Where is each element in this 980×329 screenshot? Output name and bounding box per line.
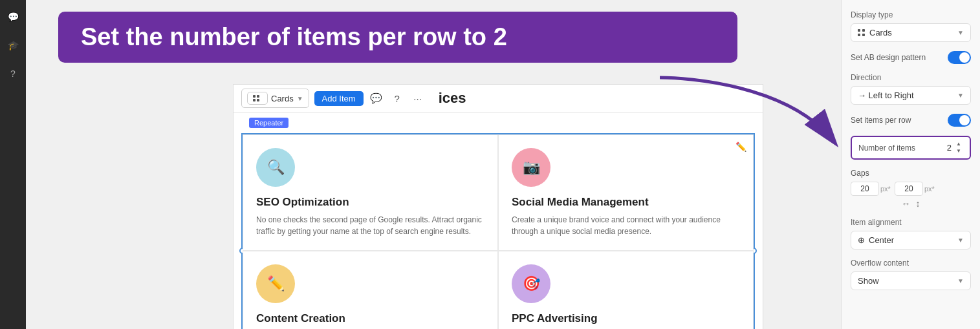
overflow-chevron-icon: ▼ <box>957 277 964 284</box>
items-per-row-label: Set items per row <box>851 116 911 125</box>
add-item-button[interactable]: Add Item <box>314 91 364 106</box>
direction-label: Direction <box>851 73 971 82</box>
ppc-title: PPC Advertising <box>512 312 740 325</box>
cards-label: Cards <box>271 94 294 103</box>
stepper-down-button[interactable]: ▼ <box>954 148 963 154</box>
dropdown-left-content: Cards <box>858 28 892 37</box>
content-title: Content Creation <box>256 312 485 325</box>
horizontal-gap-icon: ↔ <box>902 198 911 209</box>
ppc-icon-circle: 🎯 <box>512 264 550 303</box>
right-panel: Display type Cards ▼ Set AB design patte… <box>841 0 980 329</box>
gaps-direction-icons: ↔ ↕ <box>851 198 971 209</box>
instruction-banner: Set the number of items per row to 2 <box>58 12 737 63</box>
item-alignment-dropdown[interactable]: ⊕ Center ▼ <box>851 231 971 249</box>
items-per-row-row: Set items per row <box>851 114 971 127</box>
gap-h-unit: px* <box>880 185 891 193</box>
card-item-ppc: 🎯 PPC Advertising Targeted advertising c… <box>498 251 754 329</box>
gap-h-input: 20 px* <box>851 182 891 196</box>
gaps-label: Gaps <box>851 169 869 178</box>
direction-value: → Left to Right <box>858 90 914 100</box>
alignment-chevron-icon: ▼ <box>957 237 964 244</box>
number-items-value-group: 2 ▲ ▼ <box>947 141 963 154</box>
cards-dropdown-button[interactable]: Cards ▼ <box>241 89 309 108</box>
direction-dropdown[interactable]: → Left to Right ▼ <box>851 86 971 105</box>
cards-grid: 🔍 SEO Optimization No one checks the sec… <box>241 133 755 329</box>
left-sidebar: 💬 🎓 ? <box>0 0 26 329</box>
social-title: Social Media Management <box>512 196 740 209</box>
display-type-label: Display type <box>851 10 971 19</box>
card-item-social: ✏️ 📷 Social Media Management Create a un… <box>498 134 754 251</box>
overflow-value: Show <box>858 276 879 286</box>
page-section-title: ices <box>439 90 466 107</box>
comment-toolbar-icon[interactable]: 💬 <box>369 90 384 106</box>
number-of-items-label: Number of items <box>858 143 915 153</box>
gaps-row: Gaps 20 px* 20 px* ↔ ↕ <box>851 169 971 209</box>
number-of-items-value: 2 <box>947 143 952 153</box>
ab-pattern-label: Set AB design pattern <box>851 53 926 62</box>
item-alignment-label: Item alignment <box>851 218 971 227</box>
display-type-chevron-icon: ▼ <box>957 29 964 36</box>
social-icon-circle: 📷 <box>512 148 550 187</box>
number-stepper[interactable]: ▲ ▼ <box>954 141 963 154</box>
gap-v-input: 20 px* <box>895 182 935 196</box>
gap-v-value[interactable]: 20 <box>895 182 923 196</box>
vertical-gap-icon: ↕ <box>916 198 920 209</box>
banner-title: Set the number of items per row to 2 <box>81 23 715 51</box>
editor-frame: Cards ▼ Add Item 💬 ? ··· ices Repeater 🔍… <box>233 84 763 329</box>
alignment-value-container: ⊕ Center <box>858 235 894 245</box>
comment-icon[interactable]: 💬 <box>4 8 22 26</box>
repeater-label: Repeater <box>249 118 289 128</box>
card-item-seo: 🔍 SEO Optimization No one checks the sec… <box>243 134 498 251</box>
repeater-bar: Repeater <box>234 112 763 133</box>
editor-toolbar: Cards ▼ Add Item 💬 ? ··· ices <box>234 85 763 112</box>
canvas-area: Set the number of items per row to 2 <box>26 0 841 329</box>
gap-h-value[interactable]: 20 <box>851 182 879 196</box>
card-item-content: ✏️ Content Creation Whatever your voice,… <box>243 251 498 329</box>
items-per-row-toggle[interactable] <box>948 114 971 127</box>
overflow-dropdown[interactable]: Show ▼ <box>851 271 971 290</box>
stepper-up-button[interactable]: ▲ <box>954 141 963 147</box>
display-type-dropdown[interactable]: Cards ▼ <box>851 23 971 42</box>
more-options-icon[interactable]: ··· <box>410 90 426 106</box>
alignment-value: Center <box>869 235 894 245</box>
ab-pattern-toggle[interactable] <box>948 51 971 64</box>
help-icon[interactable]: ? <box>4 65 22 83</box>
seo-desc: No one checks the second page of Google … <box>256 214 485 237</box>
dropdown-chevron-icon: ▼ <box>297 95 303 102</box>
seo-title: SEO Optimization <box>256 196 485 209</box>
number-of-items-row: Number of items 2 ▲ ▼ <box>851 136 971 160</box>
ab-pattern-row: Set AB design pattern <box>851 51 971 64</box>
alignment-icon: ⊕ <box>858 235 865 245</box>
gaps-header: Gaps <box>851 169 971 178</box>
content-icon-circle: ✏️ <box>256 264 295 303</box>
seo-icon-circle: 🔍 <box>256 148 295 187</box>
grid-icon <box>247 92 268 105</box>
edit-pencil-icon[interactable]: ✏️ <box>735 142 746 152</box>
gap-v-unit: px* <box>924 185 935 193</box>
cards-grid-icon <box>858 29 866 37</box>
direction-chevron-icon: ▼ <box>957 92 964 99</box>
social-desc: Create a unique brand voice and connect … <box>512 214 740 237</box>
gaps-inputs: 20 px* 20 px* <box>851 182 971 196</box>
layers-icon[interactable]: 🎓 <box>4 36 22 54</box>
cards-dropdown-label: Cards <box>869 28 892 37</box>
help-toolbar-icon[interactable]: ? <box>389 90 405 106</box>
overflow-content-label: Overflow content <box>851 259 971 268</box>
